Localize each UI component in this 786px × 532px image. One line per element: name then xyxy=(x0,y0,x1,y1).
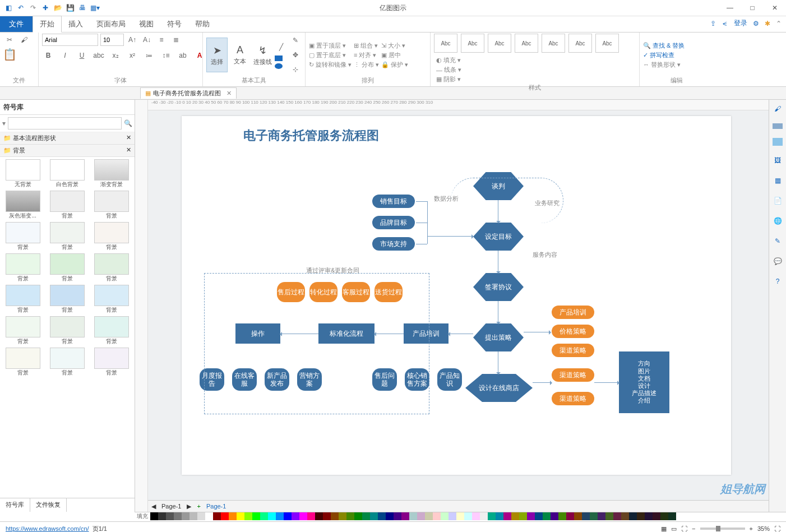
bg-thumb[interactable]: 背景 xyxy=(94,253,130,283)
color-swatch[interactable] xyxy=(205,512,213,520)
shadow-button[interactable]: ▦ 阴影 ▾ xyxy=(436,75,461,84)
zoom-slider[interactable] xyxy=(700,528,745,530)
node-sign[interactable]: 签署协议 xyxy=(473,273,524,301)
color-swatch[interactable] xyxy=(401,512,409,520)
page-nav-left-icon[interactable]: ◀ xyxy=(151,503,156,510)
color-swatch[interactable] xyxy=(229,512,237,520)
node-product-knowledge[interactable]: 产品知识 xyxy=(437,368,462,391)
style-preset-1[interactable]: Abc xyxy=(434,34,457,53)
bg-thumb[interactable]: 背景 xyxy=(5,222,41,251)
share2-icon[interactable]: ⪪ xyxy=(722,20,728,27)
color-swatch[interactable] xyxy=(645,512,653,520)
color-swatch[interactable] xyxy=(543,512,551,520)
color-swatch[interactable] xyxy=(260,512,268,520)
align-v-icon[interactable]: ≣ xyxy=(170,34,182,46)
font-size-input[interactable] xyxy=(100,34,124,46)
connector-tool[interactable]: ↯连接线 xyxy=(252,38,272,72)
color-swatch[interactable] xyxy=(660,512,668,520)
bg-thumb[interactable]: 背景 xyxy=(94,191,130,220)
color-swatch[interactable] xyxy=(433,512,441,520)
qat-redo-icon[interactable]: ↷ xyxy=(28,3,38,13)
sup-icon[interactable]: x² xyxy=(126,49,138,62)
underline-icon[interactable]: U xyxy=(76,49,88,62)
color-swatch[interactable] xyxy=(150,512,158,520)
color-swatch[interactable] xyxy=(464,512,472,520)
color-swatch[interactable] xyxy=(354,512,362,520)
italic-icon[interactable]: I xyxy=(59,49,71,62)
color-swatch[interactable] xyxy=(605,512,613,520)
zoom-in-icon[interactable]: + xyxy=(750,525,753,532)
qat-save-icon[interactable]: 💾 xyxy=(65,3,75,13)
color-swatch[interactable] xyxy=(598,512,605,520)
node-channel-strategy[interactable]: 渠道策略 xyxy=(552,344,594,357)
fill-swatch-icon[interactable] xyxy=(773,138,783,146)
bg-thumb[interactable]: 渐变背景 xyxy=(94,159,130,188)
tab-help[interactable]: 帮助 xyxy=(188,16,216,32)
zoom-out-icon[interactable]: − xyxy=(692,525,695,532)
layers-icon[interactable]: ▦ xyxy=(772,175,783,186)
bg-thumb[interactable]: 背景 xyxy=(94,316,130,345)
image-icon[interactable]: 🖼 xyxy=(772,155,783,166)
color-swatch[interactable] xyxy=(268,512,276,520)
color-swatch[interactable] xyxy=(276,512,284,520)
node-price-strategy[interactable]: 价格策略 xyxy=(552,325,594,338)
color-swatch[interactable] xyxy=(472,512,480,520)
color-swatch[interactable] xyxy=(668,512,676,520)
bg-thumb[interactable]: 无背景 xyxy=(5,159,41,188)
node-strategy[interactable]: 提出策略 xyxy=(473,323,524,351)
rotate-button[interactable]: ↻ 旋转和镜像 ▾ xyxy=(309,61,352,69)
style-preset-7[interactable]: Abc xyxy=(595,34,619,53)
cut-icon[interactable]: ✂ xyxy=(3,34,16,46)
color-swatch[interactable] xyxy=(417,512,425,520)
help-icon[interactable]: ? xyxy=(772,276,783,287)
color-swatch[interactable] xyxy=(637,512,645,520)
qat-undo-icon[interactable]: ↶ xyxy=(16,3,26,13)
color-swatch[interactable] xyxy=(221,512,229,520)
color-swatch[interactable] xyxy=(284,512,292,520)
close-button[interactable]: ✕ xyxy=(764,0,786,16)
color-swatch[interactable] xyxy=(535,512,543,520)
color-swatch[interactable] xyxy=(574,512,582,520)
color-swatch[interactable] xyxy=(189,512,197,520)
color-swatch[interactable] xyxy=(237,512,244,520)
color-swatch[interactable] xyxy=(378,512,386,520)
text-tool[interactable]: A文本 xyxy=(230,38,250,72)
node-product-training-o[interactable]: 产品培训 xyxy=(552,306,594,319)
tab-layout[interactable]: 页面布局 xyxy=(90,16,132,32)
bg-thumb[interactable]: 背景 xyxy=(49,253,85,283)
color-swatch[interactable] xyxy=(370,512,378,520)
color-swatch[interactable] xyxy=(488,512,496,520)
canvas-page[interactable]: 电子商务托管服务流程图 谈判 设定目标 签署协议 提出策略 设计在线商店 销售目… xyxy=(148,110,769,500)
color-swatch[interactable] xyxy=(621,512,629,520)
color-swatch[interactable] xyxy=(166,512,174,520)
view-single-icon[interactable]: ▭ xyxy=(671,525,677,533)
color-swatch[interactable] xyxy=(409,512,417,520)
color-swatch[interactable] xyxy=(197,512,205,520)
color-swatch[interactable] xyxy=(182,512,189,520)
qat-more-icon[interactable]: ▦▾ xyxy=(90,3,100,13)
color-swatch[interactable] xyxy=(299,512,307,520)
node-channel-strategy-3[interactable]: 渠道策略 xyxy=(552,392,594,405)
oval-tool-icon[interactable] xyxy=(275,63,283,69)
color-swatch[interactable] xyxy=(503,512,511,520)
color-swatch[interactable] xyxy=(252,512,260,520)
collapse-ribbon-icon[interactable]: ⌃ xyxy=(776,20,782,27)
bg-thumb[interactable]: 背景 xyxy=(49,191,85,220)
color-swatch[interactable] xyxy=(551,512,558,520)
replace-shape-button[interactable]: ↔ 替换形状 ▾ xyxy=(643,61,685,69)
bg-thumb[interactable]: 背景 xyxy=(94,348,130,377)
sub-icon[interactable]: x₂ xyxy=(109,49,122,62)
spell-check-button[interactable]: ✓ 拼写检查 xyxy=(643,51,685,59)
color-swatch[interactable] xyxy=(425,512,433,520)
tab-symbol[interactable]: 符号 xyxy=(160,16,188,32)
distribute-button[interactable]: ⋮ 分布 ▾ xyxy=(354,61,379,69)
color-swatch[interactable] xyxy=(292,512,299,520)
align-button[interactable]: ≡ 对齐 ▾ xyxy=(354,51,379,59)
format-painter-icon[interactable]: 🖌 xyxy=(18,34,30,46)
color-swatch[interactable] xyxy=(480,512,488,520)
sidebar-category-2[interactable]: 📁 背景✕ xyxy=(0,145,135,157)
color-swatch[interactable] xyxy=(339,512,346,520)
rect-tool-icon[interactable] xyxy=(275,55,283,61)
page-tab[interactable]: Page-1 xyxy=(161,503,181,510)
fullscreen-icon[interactable]: ⛶ xyxy=(774,525,780,532)
